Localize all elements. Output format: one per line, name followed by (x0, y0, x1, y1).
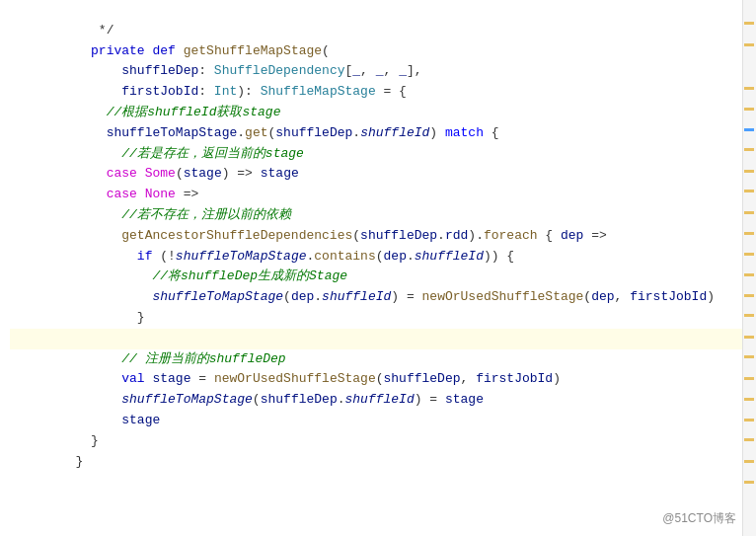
code-line: } (10, 287, 756, 308)
scroll-marker (744, 314, 754, 317)
code-line: firstJobId: Int): ShuffleMapStage = { (10, 61, 756, 82)
code-line: case None => (10, 164, 756, 185)
scroll-marker (744, 232, 754, 235)
code-line: //根据shuffleId获取stage (10, 82, 756, 103)
scroll-marker (744, 170, 754, 173)
scroll-marker (744, 419, 754, 421)
watermark: @51CTO博客 (662, 509, 736, 528)
scroll-marker-blue (744, 128, 754, 131)
code-line: //将shuffleDep生成新的Stage (10, 247, 756, 268)
code-line: shuffleToMapStage(shuffleDep.shuffleId) … (10, 369, 756, 390)
code-line (10, 452, 756, 473)
code-line: val stage = newOrUsedShuffleStage(shuffl… (10, 349, 756, 370)
scroll-marker (744, 211, 754, 214)
scroll-marker (744, 22, 754, 25)
code-line: */ (10, 0, 756, 21)
scroll-marker (744, 87, 754, 90)
scroll-marker (744, 253, 754, 256)
code-line: } (10, 308, 756, 329)
code-line: //若不存在，注册以前的依赖 (10, 185, 756, 205)
scroll-marker (744, 481, 754, 484)
code-line: shuffleToMapStage(dep.shuffleId) = newOr… (10, 267, 756, 287)
editor-container: */ private def getShuffleMapStage( shuff… (0, 0, 756, 536)
scroll-marker (744, 398, 754, 401)
code-line: case Some(stage) => stage (10, 144, 756, 165)
code-line-highlighted: // 注册当前的shuffleDep (10, 329, 756, 349)
scroll-marker (744, 336, 754, 339)
code-line: //若是存在，返回当前的stage (10, 123, 756, 144)
scroll-marker (744, 294, 754, 297)
scroll-marker (744, 43, 754, 46)
scroll-marker (744, 273, 754, 276)
code-line: } (10, 431, 756, 452)
scrollbar-markers[interactable] (742, 0, 756, 536)
scroll-marker (744, 148, 754, 151)
scroll-marker (744, 355, 754, 358)
code-line: if (!shuffleToMapStage.contains(dep.shuf… (10, 226, 756, 247)
scroll-marker (744, 438, 754, 441)
code-content[interactable]: */ private def getShuffleMapStage( shuff… (0, 0, 756, 536)
code-line: shuffleToMapStage.get(shuffleDep.shuffle… (10, 103, 756, 123)
scroll-marker (744, 460, 754, 463)
scroll-marker (744, 190, 754, 192)
code-line: private def getShuffleMapStage( (10, 21, 756, 41)
scroll-marker (744, 108, 754, 111)
code-line: shuffleDep: ShuffleDependency[_, _, _], (10, 41, 756, 62)
code-line: stage (10, 390, 756, 411)
code-line: } (10, 411, 756, 431)
scroll-marker (744, 377, 754, 380)
code-area: */ private def getShuffleMapStage( shuff… (0, 0, 756, 536)
code-line: getAncestorShuffleDependencies(shuffleDe… (10, 205, 756, 226)
